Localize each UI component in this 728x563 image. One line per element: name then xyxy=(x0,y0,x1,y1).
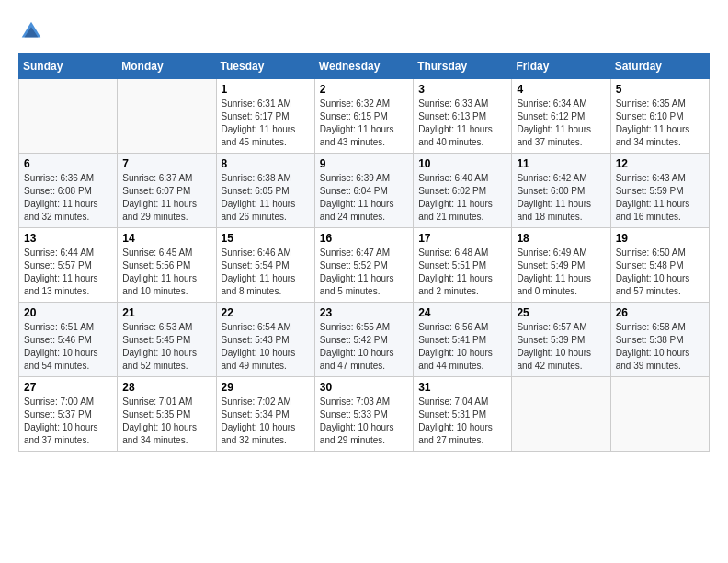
calendar-week-row: 27Sunrise: 7:00 AM Sunset: 5:37 PM Dayli… xyxy=(19,377,710,452)
weekday-header-sunday: Sunday xyxy=(19,54,118,79)
cell-content: Sunrise: 6:53 AM Sunset: 5:45 PM Dayligh… xyxy=(122,321,210,373)
calendar-cell: 22Sunrise: 6:54 AM Sunset: 5:43 PM Dayli… xyxy=(216,303,314,377)
weekday-header-thursday: Thursday xyxy=(414,54,512,79)
calendar-week-row: 6Sunrise: 6:36 AM Sunset: 6:08 PM Daylig… xyxy=(19,154,710,228)
day-number: 21 xyxy=(122,306,210,319)
calendar-week-row: 13Sunrise: 6:44 AM Sunset: 5:57 PM Dayli… xyxy=(19,228,710,303)
calendar-week-row: 1Sunrise: 6:31 AM Sunset: 6:17 PM Daylig… xyxy=(19,79,710,154)
calendar-cell: 7Sunrise: 6:37 AM Sunset: 6:07 PM Daylig… xyxy=(118,154,216,228)
cell-content: Sunrise: 6:57 AM Sunset: 5:39 PM Dayligh… xyxy=(517,321,605,373)
cell-content: Sunrise: 6:47 AM Sunset: 5:52 PM Dayligh… xyxy=(320,247,408,298)
calendar-cell: 31Sunrise: 7:04 AM Sunset: 5:31 PM Dayli… xyxy=(414,377,512,452)
calendar-cell: 26Sunrise: 6:58 AM Sunset: 5:38 PM Dayli… xyxy=(610,303,709,377)
weekday-header-wednesday: Wednesday xyxy=(314,54,413,79)
calendar-cell: 8Sunrise: 6:38 AM Sunset: 6:05 PM Daylig… xyxy=(216,154,314,228)
calendar-cell: 5Sunrise: 6:35 AM Sunset: 6:10 PM Daylig… xyxy=(610,79,709,154)
day-number: 20 xyxy=(24,306,112,319)
day-number: 16 xyxy=(320,232,408,245)
calendar-cell: 18Sunrise: 6:49 AM Sunset: 5:49 PM Dayli… xyxy=(512,228,610,303)
cell-content: Sunrise: 6:38 AM Sunset: 6:05 PM Dayligh… xyxy=(222,172,310,224)
cell-content: Sunrise: 7:02 AM Sunset: 5:34 PM Dayligh… xyxy=(222,396,310,447)
cell-content: Sunrise: 6:37 AM Sunset: 6:07 PM Dayligh… xyxy=(122,172,210,224)
day-number: 28 xyxy=(122,381,210,394)
day-number: 15 xyxy=(222,232,310,245)
cell-content: Sunrise: 6:35 AM Sunset: 6:10 PM Dayligh… xyxy=(616,98,704,149)
calendar-cell: 21Sunrise: 6:53 AM Sunset: 5:45 PM Dayli… xyxy=(118,303,216,377)
day-number: 29 xyxy=(222,381,310,394)
calendar-cell: 24Sunrise: 6:56 AM Sunset: 5:41 PM Dayli… xyxy=(414,303,512,377)
day-number: 22 xyxy=(222,306,310,319)
cell-content: Sunrise: 6:31 AM Sunset: 6:17 PM Dayligh… xyxy=(222,98,310,149)
cell-content: Sunrise: 7:04 AM Sunset: 5:31 PM Dayligh… xyxy=(418,396,506,447)
calendar-cell: 23Sunrise: 6:55 AM Sunset: 5:42 PM Dayli… xyxy=(314,303,413,377)
cell-content: Sunrise: 6:51 AM Sunset: 5:46 PM Dayligh… xyxy=(24,321,112,373)
day-number: 27 xyxy=(24,381,112,394)
day-number: 5 xyxy=(616,83,704,96)
calendar-cell: 6Sunrise: 6:36 AM Sunset: 6:08 PM Daylig… xyxy=(19,154,118,228)
day-number: 31 xyxy=(418,381,506,394)
cell-content: Sunrise: 6:40 AM Sunset: 6:02 PM Dayligh… xyxy=(418,172,506,224)
cell-content: Sunrise: 6:50 AM Sunset: 5:48 PM Dayligh… xyxy=(616,247,704,298)
day-number: 11 xyxy=(517,157,605,170)
weekday-header-saturday: Saturday xyxy=(610,54,709,79)
cell-content: Sunrise: 6:49 AM Sunset: 5:49 PM Dayligh… xyxy=(517,247,605,298)
day-number: 26 xyxy=(616,306,704,319)
cell-content: Sunrise: 6:55 AM Sunset: 5:42 PM Dayligh… xyxy=(320,321,408,373)
cell-content: Sunrise: 7:00 AM Sunset: 5:37 PM Dayligh… xyxy=(24,396,112,447)
day-number: 12 xyxy=(616,157,704,170)
calendar-cell: 20Sunrise: 6:51 AM Sunset: 5:46 PM Dayli… xyxy=(19,303,118,377)
calendar-cell: 12Sunrise: 6:43 AM Sunset: 5:59 PM Dayli… xyxy=(610,154,709,228)
calendar-cell: 9Sunrise: 6:39 AM Sunset: 6:04 PM Daylig… xyxy=(314,154,413,228)
day-number: 18 xyxy=(517,232,605,245)
weekday-header-friday: Friday xyxy=(512,54,610,79)
day-number: 14 xyxy=(122,232,210,245)
calendar-cell: 11Sunrise: 6:42 AM Sunset: 6:00 PM Dayli… xyxy=(512,154,610,228)
calendar-cell: 14Sunrise: 6:45 AM Sunset: 5:56 PM Dayli… xyxy=(118,228,216,303)
day-number: 30 xyxy=(320,381,408,394)
day-number: 3 xyxy=(418,83,506,96)
calendar-cell xyxy=(610,377,709,452)
cell-content: Sunrise: 6:39 AM Sunset: 6:04 PM Dayligh… xyxy=(320,172,408,224)
calendar-cell: 13Sunrise: 6:44 AM Sunset: 5:57 PM Dayli… xyxy=(19,228,118,303)
calendar-cell: 4Sunrise: 6:34 AM Sunset: 6:12 PM Daylig… xyxy=(512,79,610,154)
cell-content: Sunrise: 6:32 AM Sunset: 6:15 PM Dayligh… xyxy=(320,98,408,149)
calendar-cell: 25Sunrise: 6:57 AM Sunset: 5:39 PM Dayli… xyxy=(512,303,610,377)
day-number: 13 xyxy=(24,232,112,245)
calendar-cell: 30Sunrise: 7:03 AM Sunset: 5:33 PM Dayli… xyxy=(314,377,413,452)
day-number: 24 xyxy=(418,306,506,319)
day-number: 25 xyxy=(517,306,605,319)
day-number: 4 xyxy=(517,83,605,96)
logo xyxy=(18,18,48,44)
calendar-cell xyxy=(19,79,118,154)
calendar-cell: 10Sunrise: 6:40 AM Sunset: 6:02 PM Dayli… xyxy=(414,154,512,228)
cell-content: Sunrise: 6:33 AM Sunset: 6:13 PM Dayligh… xyxy=(418,98,506,149)
calendar-cell xyxy=(118,79,216,154)
calendar-cell: 15Sunrise: 6:46 AM Sunset: 5:54 PM Dayli… xyxy=(216,228,314,303)
cell-content: Sunrise: 6:58 AM Sunset: 5:38 PM Dayligh… xyxy=(616,321,704,373)
day-number: 9 xyxy=(320,157,408,170)
day-number: 10 xyxy=(418,157,506,170)
calendar-cell: 28Sunrise: 7:01 AM Sunset: 5:35 PM Dayli… xyxy=(118,377,216,452)
calendar-table: SundayMondayTuesdayWednesdayThursdayFrid… xyxy=(18,53,710,452)
cell-content: Sunrise: 6:42 AM Sunset: 6:00 PM Dayligh… xyxy=(517,172,605,224)
weekday-header-monday: Monday xyxy=(118,54,216,79)
calendar-cell: 1Sunrise: 6:31 AM Sunset: 6:17 PM Daylig… xyxy=(216,79,314,154)
calendar-cell: 19Sunrise: 6:50 AM Sunset: 5:48 PM Dayli… xyxy=(610,228,709,303)
day-number: 7 xyxy=(122,157,210,170)
day-number: 1 xyxy=(222,83,310,96)
cell-content: Sunrise: 6:54 AM Sunset: 5:43 PM Dayligh… xyxy=(222,321,310,373)
cell-content: Sunrise: 6:45 AM Sunset: 5:56 PM Dayligh… xyxy=(122,247,210,298)
day-number: 2 xyxy=(320,83,408,96)
calendar-cell: 2Sunrise: 6:32 AM Sunset: 6:15 PM Daylig… xyxy=(314,79,413,154)
day-number: 17 xyxy=(418,232,506,245)
calendar-cell xyxy=(512,377,610,452)
cell-content: Sunrise: 6:43 AM Sunset: 5:59 PM Dayligh… xyxy=(616,172,704,224)
cell-content: Sunrise: 7:01 AM Sunset: 5:35 PM Dayligh… xyxy=(122,396,210,447)
logo-icon xyxy=(18,18,44,44)
cell-content: Sunrise: 6:44 AM Sunset: 5:57 PM Dayligh… xyxy=(24,247,112,298)
day-number: 19 xyxy=(616,232,704,245)
cell-content: Sunrise: 6:56 AM Sunset: 5:41 PM Dayligh… xyxy=(418,321,506,373)
cell-content: Sunrise: 6:36 AM Sunset: 6:08 PM Dayligh… xyxy=(24,172,112,224)
cell-content: Sunrise: 6:46 AM Sunset: 5:54 PM Dayligh… xyxy=(222,247,310,298)
calendar-cell: 29Sunrise: 7:02 AM Sunset: 5:34 PM Dayli… xyxy=(216,377,314,452)
